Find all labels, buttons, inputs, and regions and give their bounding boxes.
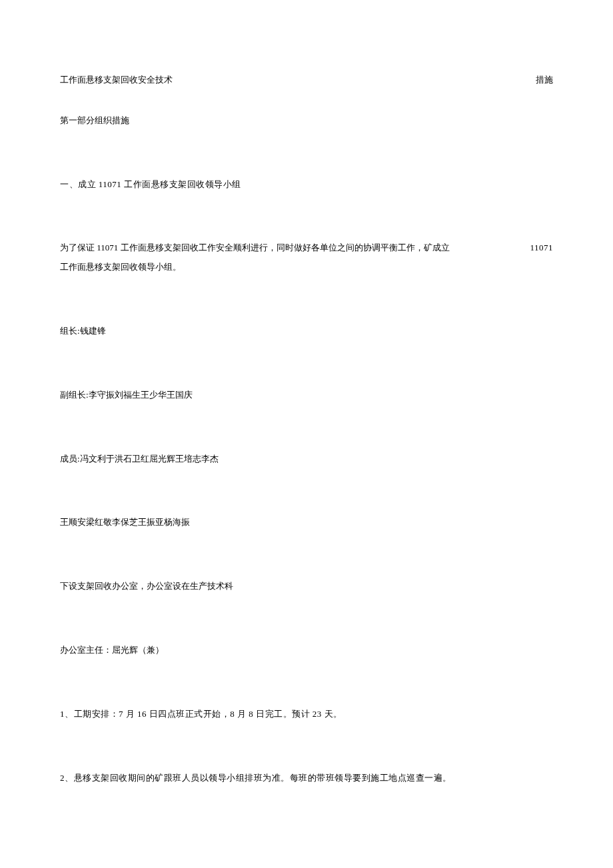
section-1-para-1-line-2: 工作面悬移支架回收领导小组。: [60, 260, 553, 274]
schedule-item-1: 1、工期安排：7 月 16 日四点班正式开始，8 月 8 日完工。预计 23 天…: [60, 707, 553, 721]
para-1-line-1-left: 为了保证 11071 工作面悬移支架回收工作安全顺利进行，同时做好各单位之间的协…: [60, 241, 450, 255]
section-1-item-1: 一、成立 11071 工作面悬移支架回收领导小组: [60, 178, 553, 192]
section-1-para-1-line-1: 为了保证 11071 工作面悬移支架回收工作安全顺利进行，同时做好各单位之间的协…: [60, 241, 553, 255]
document-page: 工作面悬移支架回收安全技术 措施 第一部分组织措施 一、成立 11071 工作面…: [0, 0, 613, 868]
section-1-header: 第一部分组织措施: [60, 114, 553, 128]
members-line-1: 成员:冯文利于洪石卫红屈光辉王培志李杰: [60, 452, 553, 466]
section-1-para-1: 为了保证 11071 工作面悬移支架回收工作安全顺利进行，同时做好各单位之间的协…: [60, 241, 553, 274]
deputy-leader: 副组长:李守振刘福生王少华王国庆: [60, 388, 553, 402]
group-leader: 组长:钱建锋: [60, 324, 553, 338]
title-right: 措施: [536, 73, 553, 87]
office-director: 办公室主任：屈光辉（兼）: [60, 644, 553, 657]
title-left: 工作面悬移支架回收安全技术: [60, 73, 173, 87]
members-line-2: 王顺安梁红敬李保芝王振亚杨海振: [60, 516, 553, 530]
office-setup: 下设支架回收办公室，办公室设在生产技术科: [60, 580, 553, 594]
document-title-row: 工作面悬移支架回收安全技术 措施: [60, 73, 553, 87]
para-1-line-1-right: 11071: [530, 241, 553, 255]
schedule-item-2: 2、悬移支架回收期间的矿跟班人员以领导小组排班为准。每班的带班领导要到施工地点巡…: [60, 771, 553, 785]
